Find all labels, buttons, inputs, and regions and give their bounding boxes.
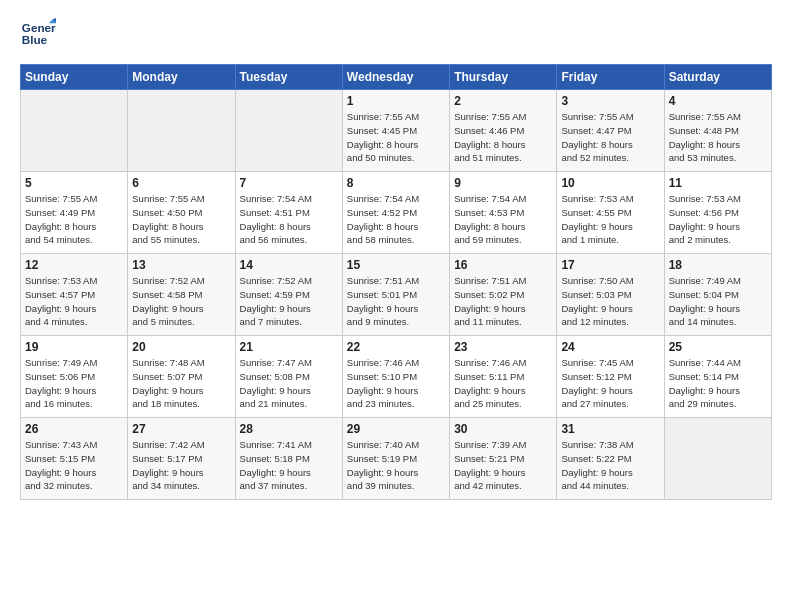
day-info: Sunrise: 7:39 AM Sunset: 5:21 PM Dayligh… (454, 438, 552, 493)
week-row-5: 26Sunrise: 7:43 AM Sunset: 5:15 PM Dayli… (21, 418, 772, 500)
day-info: Sunrise: 7:46 AM Sunset: 5:11 PM Dayligh… (454, 356, 552, 411)
day-number: 25 (669, 340, 767, 354)
logo-icon: General Blue (20, 16, 56, 52)
day-cell: 11Sunrise: 7:53 AM Sunset: 4:56 PM Dayli… (664, 172, 771, 254)
col-header-monday: Monday (128, 65, 235, 90)
day-number: 3 (561, 94, 659, 108)
day-cell: 23Sunrise: 7:46 AM Sunset: 5:11 PM Dayli… (450, 336, 557, 418)
day-number: 14 (240, 258, 338, 272)
day-info: Sunrise: 7:53 AM Sunset: 4:56 PM Dayligh… (669, 192, 767, 247)
week-row-3: 12Sunrise: 7:53 AM Sunset: 4:57 PM Dayli… (21, 254, 772, 336)
day-number: 20 (132, 340, 230, 354)
day-info: Sunrise: 7:51 AM Sunset: 5:02 PM Dayligh… (454, 274, 552, 329)
day-info: Sunrise: 7:52 AM Sunset: 4:58 PM Dayligh… (132, 274, 230, 329)
day-cell: 17Sunrise: 7:50 AM Sunset: 5:03 PM Dayli… (557, 254, 664, 336)
day-cell: 18Sunrise: 7:49 AM Sunset: 5:04 PM Dayli… (664, 254, 771, 336)
col-header-tuesday: Tuesday (235, 65, 342, 90)
day-number: 15 (347, 258, 445, 272)
day-number: 19 (25, 340, 123, 354)
header-row: General Blue (20, 16, 772, 52)
day-cell: 14Sunrise: 7:52 AM Sunset: 4:59 PM Dayli… (235, 254, 342, 336)
day-info: Sunrise: 7:55 AM Sunset: 4:46 PM Dayligh… (454, 110, 552, 165)
day-info: Sunrise: 7:43 AM Sunset: 5:15 PM Dayligh… (25, 438, 123, 493)
day-cell: 3Sunrise: 7:55 AM Sunset: 4:47 PM Daylig… (557, 90, 664, 172)
svg-text:Blue: Blue (22, 33, 48, 46)
day-info: Sunrise: 7:53 AM Sunset: 4:55 PM Dayligh… (561, 192, 659, 247)
day-number: 1 (347, 94, 445, 108)
day-number: 21 (240, 340, 338, 354)
day-info: Sunrise: 7:38 AM Sunset: 5:22 PM Dayligh… (561, 438, 659, 493)
day-cell: 7Sunrise: 7:54 AM Sunset: 4:51 PM Daylig… (235, 172, 342, 254)
day-cell (21, 90, 128, 172)
col-header-wednesday: Wednesday (342, 65, 449, 90)
day-cell: 12Sunrise: 7:53 AM Sunset: 4:57 PM Dayli… (21, 254, 128, 336)
day-cell: 15Sunrise: 7:51 AM Sunset: 5:01 PM Dayli… (342, 254, 449, 336)
day-number: 5 (25, 176, 123, 190)
day-cell: 13Sunrise: 7:52 AM Sunset: 4:58 PM Dayli… (128, 254, 235, 336)
day-cell: 4Sunrise: 7:55 AM Sunset: 4:48 PM Daylig… (664, 90, 771, 172)
day-info: Sunrise: 7:55 AM Sunset: 4:49 PM Dayligh… (25, 192, 123, 247)
day-number: 18 (669, 258, 767, 272)
day-cell (235, 90, 342, 172)
day-cell: 26Sunrise: 7:43 AM Sunset: 5:15 PM Dayli… (21, 418, 128, 500)
day-number: 22 (347, 340, 445, 354)
week-row-2: 5Sunrise: 7:55 AM Sunset: 4:49 PM Daylig… (21, 172, 772, 254)
day-info: Sunrise: 7:55 AM Sunset: 4:47 PM Dayligh… (561, 110, 659, 165)
day-cell: 5Sunrise: 7:55 AM Sunset: 4:49 PM Daylig… (21, 172, 128, 254)
day-info: Sunrise: 7:55 AM Sunset: 4:48 PM Dayligh… (669, 110, 767, 165)
day-number: 30 (454, 422, 552, 436)
day-number: 31 (561, 422, 659, 436)
day-cell: 28Sunrise: 7:41 AM Sunset: 5:18 PM Dayli… (235, 418, 342, 500)
day-number: 16 (454, 258, 552, 272)
day-number: 12 (25, 258, 123, 272)
col-header-thursday: Thursday (450, 65, 557, 90)
col-header-saturday: Saturday (664, 65, 771, 90)
day-number: 17 (561, 258, 659, 272)
day-cell: 2Sunrise: 7:55 AM Sunset: 4:46 PM Daylig… (450, 90, 557, 172)
day-info: Sunrise: 7:54 AM Sunset: 4:51 PM Dayligh… (240, 192, 338, 247)
day-number: 13 (132, 258, 230, 272)
day-cell: 16Sunrise: 7:51 AM Sunset: 5:02 PM Dayli… (450, 254, 557, 336)
day-cell: 30Sunrise: 7:39 AM Sunset: 5:21 PM Dayli… (450, 418, 557, 500)
logo: General Blue (20, 16, 56, 52)
day-cell: 9Sunrise: 7:54 AM Sunset: 4:53 PM Daylig… (450, 172, 557, 254)
day-cell: 27Sunrise: 7:42 AM Sunset: 5:17 PM Dayli… (128, 418, 235, 500)
day-number: 7 (240, 176, 338, 190)
day-info: Sunrise: 7:55 AM Sunset: 4:50 PM Dayligh… (132, 192, 230, 247)
day-info: Sunrise: 7:44 AM Sunset: 5:14 PM Dayligh… (669, 356, 767, 411)
day-info: Sunrise: 7:47 AM Sunset: 5:08 PM Dayligh… (240, 356, 338, 411)
calendar-container: General Blue SundayMondayTuesdayWednesda… (0, 0, 792, 510)
day-cell: 29Sunrise: 7:40 AM Sunset: 5:19 PM Dayli… (342, 418, 449, 500)
day-cell (664, 418, 771, 500)
day-cell: 1Sunrise: 7:55 AM Sunset: 4:45 PM Daylig… (342, 90, 449, 172)
week-row-4: 19Sunrise: 7:49 AM Sunset: 5:06 PM Dayli… (21, 336, 772, 418)
day-cell (128, 90, 235, 172)
day-info: Sunrise: 7:54 AM Sunset: 4:52 PM Dayligh… (347, 192, 445, 247)
header-row-days: SundayMondayTuesdayWednesdayThursdayFrid… (21, 65, 772, 90)
day-info: Sunrise: 7:54 AM Sunset: 4:53 PM Dayligh… (454, 192, 552, 247)
day-info: Sunrise: 7:45 AM Sunset: 5:12 PM Dayligh… (561, 356, 659, 411)
day-info: Sunrise: 7:52 AM Sunset: 4:59 PM Dayligh… (240, 274, 338, 329)
day-number: 4 (669, 94, 767, 108)
day-info: Sunrise: 7:49 AM Sunset: 5:04 PM Dayligh… (669, 274, 767, 329)
day-number: 27 (132, 422, 230, 436)
day-number: 9 (454, 176, 552, 190)
day-info: Sunrise: 7:55 AM Sunset: 4:45 PM Dayligh… (347, 110, 445, 165)
day-number: 8 (347, 176, 445, 190)
day-info: Sunrise: 7:41 AM Sunset: 5:18 PM Dayligh… (240, 438, 338, 493)
col-header-friday: Friday (557, 65, 664, 90)
day-info: Sunrise: 7:46 AM Sunset: 5:10 PM Dayligh… (347, 356, 445, 411)
day-number: 2 (454, 94, 552, 108)
day-cell: 8Sunrise: 7:54 AM Sunset: 4:52 PM Daylig… (342, 172, 449, 254)
day-cell: 22Sunrise: 7:46 AM Sunset: 5:10 PM Dayli… (342, 336, 449, 418)
day-number: 6 (132, 176, 230, 190)
day-number: 23 (454, 340, 552, 354)
day-number: 10 (561, 176, 659, 190)
day-cell: 24Sunrise: 7:45 AM Sunset: 5:12 PM Dayli… (557, 336, 664, 418)
day-info: Sunrise: 7:42 AM Sunset: 5:17 PM Dayligh… (132, 438, 230, 493)
day-number: 11 (669, 176, 767, 190)
week-row-1: 1Sunrise: 7:55 AM Sunset: 4:45 PM Daylig… (21, 90, 772, 172)
day-cell: 20Sunrise: 7:48 AM Sunset: 5:07 PM Dayli… (128, 336, 235, 418)
day-info: Sunrise: 7:53 AM Sunset: 4:57 PM Dayligh… (25, 274, 123, 329)
day-cell: 6Sunrise: 7:55 AM Sunset: 4:50 PM Daylig… (128, 172, 235, 254)
